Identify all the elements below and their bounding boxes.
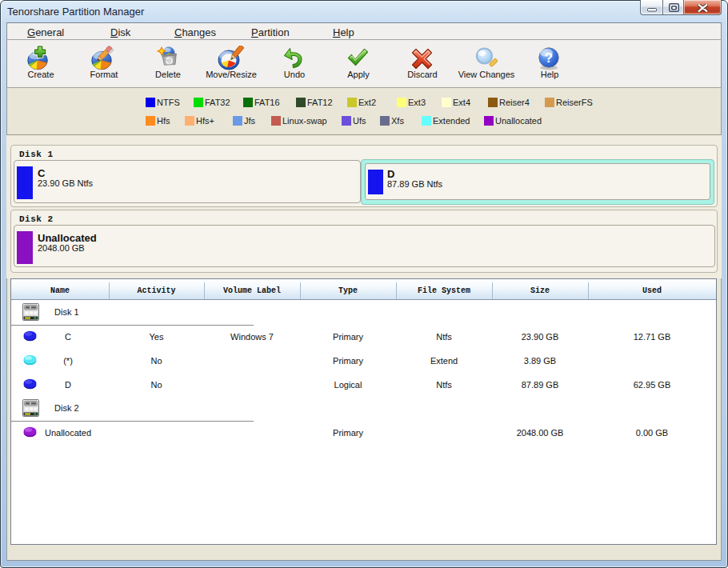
svg-text:?: ? — [545, 50, 553, 66]
